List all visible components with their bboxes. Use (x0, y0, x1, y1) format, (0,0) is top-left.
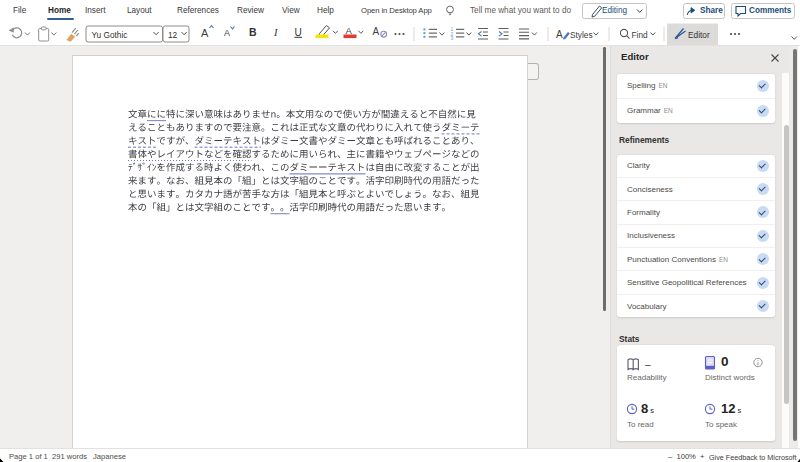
svg-text:–: – (645, 358, 651, 369)
